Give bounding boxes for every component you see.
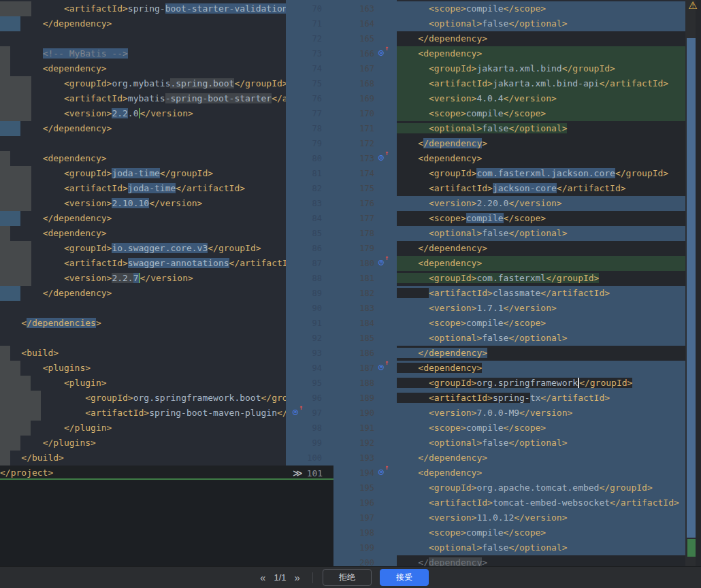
right-editor-pane: <scope>compile</scope> <optional>false</… (397, 0, 701, 566)
code-line[interactable]: <scope>compile</scope> (397, 106, 701, 121)
code-line[interactable]: </dependency> (397, 241, 701, 256)
code-line[interactable]: </dependency> (0, 16, 286, 31)
code-line[interactable]: <version>4.0.4</version> (397, 91, 701, 106)
code-line[interactable]: <dependency> (0, 151, 286, 166)
reject-button[interactable]: 拒绝 (323, 569, 372, 586)
changed-fragment: <dependency> (397, 363, 482, 373)
code-line[interactable]: </plugins> (0, 436, 286, 451)
code-line[interactable]: </dependency> (0, 286, 286, 301)
code-line[interactable]: <scope>compile</scope> (397, 421, 701, 436)
apply-change-icon[interactable]: ◎↑ (378, 363, 389, 374)
code-line[interactable]: <plugins> (0, 361, 286, 376)
code-line[interactable]: <groupId>org.apache.tomcat.embed</groupI… (397, 480, 701, 495)
code-line[interactable]: <optional>false</optional> (397, 540, 701, 555)
code-line[interactable]: </dependencies> (0, 316, 286, 331)
code-line[interactable]: <artifactId>mybatis-spring-boot-starter<… (0, 91, 286, 106)
fold-chevron-icon: ≫ (286, 468, 307, 478)
code-line[interactable]: <artifactId>classmate</artifactId> (397, 286, 701, 301)
code-line[interactable]: </dependency> (397, 31, 701, 46)
warning-icon[interactable]: ⚠ (686, 0, 700, 12)
code-line[interactable]: <optional>false</optional> (397, 436, 701, 451)
code-line[interactable]: </dependency> (397, 136, 701, 151)
code-line[interactable]: <artifactId>spring-boot-starter-validati… (0, 1, 286, 16)
code-line[interactable]: <dependency> (397, 46, 701, 61)
code-line[interactable]: <dependency> (397, 361, 701, 376)
apply-change-icon[interactable]: ◎↑ (293, 408, 304, 419)
code-line[interactable] (0, 136, 286, 151)
line-number-right: 166 (344, 46, 374, 61)
code-line[interactable]: <plugin> (0, 376, 286, 391)
code-line[interactable]: <groupId>com.fasterxml</groupId> (397, 271, 701, 286)
line-number-right: 196 (344, 495, 374, 510)
code-line[interactable]: <version>7.0.0-M9</version> (397, 406, 701, 421)
code-line[interactable]: <version>11.0.12</version> (397, 510, 701, 525)
code-line[interactable]: </dependency> (397, 451, 701, 466)
code-line[interactable]: <groupId>io.swagger.core.v3</groupId> (0, 241, 286, 256)
apply-change-icon[interactable]: ◎↑ (378, 49, 389, 60)
code-line[interactable]: <!-- MyBatis --> (0, 46, 286, 61)
code-line[interactable]: <artifactId>jakarta.xml.bind-api</artifa… (397, 76, 701, 91)
code-line[interactable]: <artifactId>jackson-core</artifactId> (397, 181, 701, 196)
code-line[interactable]: <version>2.2.7</version> (0, 271, 286, 286)
code-line[interactable]: <version>2.20.0</version> (397, 196, 701, 211)
apply-change-icon[interactable]: ◎↑ (378, 468, 389, 479)
code-line[interactable]: <artifactId>spring-boot-maven-plugin</ar… (0, 406, 286, 421)
code-line[interactable]: <scope>compile</scope> (397, 1, 701, 16)
code-line[interactable]: <artifactId>joda-time</artifactId> (0, 181, 286, 196)
code-line[interactable]: <scope>compile</scope> (397, 211, 701, 226)
code-line[interactable]: <groupId>jakarta.xml.bind</groupId> (397, 61, 701, 76)
previous-change-button[interactable]: « (255, 570, 271, 585)
apply-change-icon[interactable]: ◎↑ (378, 259, 389, 270)
code-line[interactable]: <dependency> (0, 226, 286, 241)
code-line[interactable]: </build> (0, 451, 286, 466)
code-line[interactable]: <optional>false</optional> (397, 16, 701, 31)
code-line[interactable]: <groupId>org.springframework</groupId> (397, 376, 701, 391)
line-number-right: 195 (344, 480, 374, 495)
line-number-right: 190 (344, 406, 374, 421)
next-change-button[interactable]: » (289, 570, 306, 585)
changed-fragment: </dependency> (397, 348, 487, 358)
line-number-left: 74 (287, 61, 322, 76)
code-line[interactable]: </dependency> (0, 211, 286, 226)
code-line[interactable]: <dependency> (397, 466, 701, 480)
code-line[interactable]: <build> (0, 346, 286, 361)
code-line[interactable]: <scope>compile</scope> (397, 316, 701, 331)
code-line[interactable]: </plugin> (0, 421, 286, 436)
code-line[interactable]: <groupId>org.springframework.boot</group… (0, 391, 286, 406)
code-line[interactable]: </dependency> (397, 555, 701, 566)
code-line[interactable]: <version>2.2.0</version> (0, 106, 286, 121)
code-line[interactable]: <groupId>joda-time</groupId> (0, 166, 286, 181)
scrollbar-change-marker[interactable] (687, 539, 696, 557)
apply-change-icon[interactable]: ◎↑ (378, 154, 389, 165)
line-number-right: 180 (344, 256, 374, 271)
code-line[interactable]: </dependency> (0, 121, 286, 136)
code-line[interactable]: <dependency> (0, 61, 286, 76)
diff-end-separator (0, 478, 333, 480)
code-line[interactable]: <version>2.10.10</version> (0, 196, 286, 211)
code-line[interactable]: <artifactId>tomcat-embed-websocket</arti… (397, 495, 701, 510)
line-number-left: 72 (287, 31, 322, 46)
code-line[interactable]: <version>1.7.1</version> (397, 301, 701, 316)
line-number-right: 178 (344, 226, 374, 241)
line-number-left: 87 (287, 256, 322, 271)
code-line[interactable]: <optional>false</optional> (397, 226, 701, 241)
line-number-right: 185 (344, 331, 374, 346)
code-line[interactable] (0, 301, 286, 316)
code-line[interactable]: <dependency> (397, 151, 701, 166)
change-counter: 1/1 (271, 572, 289, 583)
code-line[interactable]: <artifactId>spring-tx</artifactId> (397, 391, 701, 406)
line-number-right: 172 (344, 136, 374, 151)
accept-button[interactable]: 接受 (380, 569, 429, 586)
code-line[interactable]: <dependency> (397, 256, 701, 271)
code-line[interactable]: <optional>false</optional> (397, 331, 701, 346)
line-number-left: 90 (287, 301, 322, 316)
code-line[interactable]: </dependency> (397, 346, 701, 361)
code-line[interactable]: <artifactId>swagger-annotations</artifac… (0, 256, 286, 271)
code-line[interactable]: <groupId>com.fasterxml.jackson.core</gro… (397, 166, 701, 181)
code-line[interactable]: <groupId>org.mybatis.spring.boot</groupI… (0, 76, 286, 91)
scrollbar-thumb[interactable] (687, 38, 696, 538)
code-line[interactable] (0, 31, 286, 46)
code-line[interactable]: <scope>compile</scope> (397, 525, 701, 540)
code-line[interactable] (0, 331, 286, 346)
code-line[interactable]: <optional>false</optional> (397, 121, 701, 136)
